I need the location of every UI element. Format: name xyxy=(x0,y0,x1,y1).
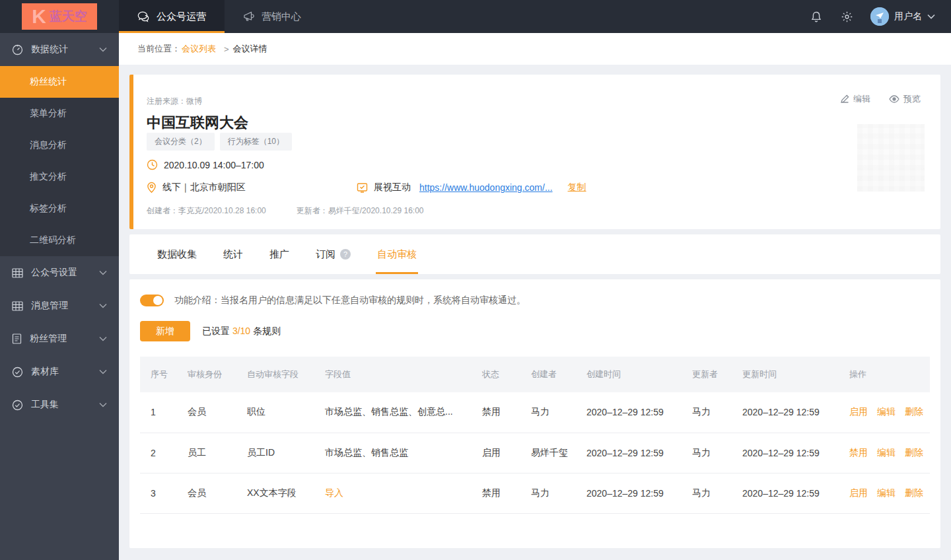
sidebar-group-1[interactable]: 公众号设置 xyxy=(0,256,119,289)
username-label: 用户名 xyxy=(894,11,922,22)
cell-updater: 马力 xyxy=(682,433,732,473)
tab-label: 自动审核 xyxy=(377,248,417,261)
feature-intro-text: 功能介绍：当报名用户的信息满足以下任意自动审核的规则时，系统将自动审核通过。 xyxy=(174,295,526,306)
meeting-datetime-row: 2020.10.09 14:00–17:00 xyxy=(147,159,264,170)
top-nav-label: 营销中心 xyxy=(262,11,301,23)
chevron-down-icon xyxy=(99,303,107,308)
rules-suffix: 条规则 xyxy=(250,326,281,336)
meeting-platform-row: 展视互动 https://www.huodongxing.com/... 复制 xyxy=(357,182,586,193)
chevron-down-icon xyxy=(99,47,107,52)
top-nav-item-0[interactable]: 公众号运营 xyxy=(119,0,225,33)
cell-created: 2020–12–29 12:59 xyxy=(576,433,682,473)
sidebar-group-2[interactable]: 消息管理 xyxy=(0,289,119,322)
sidebar: 数据统计粉丝统计菜单分析消息分析推文分析标签分析二维码分析公众号设置消息管理粉丝… xyxy=(0,33,119,560)
sidebar-group-5[interactable]: 工具集 xyxy=(0,388,119,421)
creator-info: 创建者：李克克/2020.10.28 16:00 xyxy=(147,205,266,217)
topbar-right: 用户名 xyxy=(810,0,951,33)
action-link-1[interactable]: 编辑 xyxy=(877,447,896,458)
platform-name: 展视互动 xyxy=(374,182,411,193)
cell-field: XX文本字段 xyxy=(236,473,314,513)
cell-value: 市场总监、销售总监、创意总... xyxy=(314,392,472,433)
tab-label: 推广 xyxy=(269,248,289,261)
tab-3[interactable]: 订阅? xyxy=(302,234,364,274)
breadcrumb: 当前位置： 会议列表 > 会议详情 xyxy=(119,33,951,65)
sidebar-item-0-5[interactable]: 二维码分析 xyxy=(0,225,119,256)
cell-creator: 易烊千玺 xyxy=(520,433,576,473)
feature-toggle[interactable] xyxy=(140,295,164,306)
cell-created: 2020–12–29 12:59 xyxy=(576,392,682,433)
sidebar-item-0-4[interactable]: 标签分析 xyxy=(0,193,119,225)
action-link-2[interactable]: 删除 xyxy=(905,487,923,498)
action-link-0[interactable]: 启用 xyxy=(849,487,868,498)
breadcrumb-link-meeting-list[interactable]: 会议列表 xyxy=(182,43,216,55)
preview-button[interactable]: 预览 xyxy=(889,93,921,105)
user-menu[interactable]: 用户名 xyxy=(870,7,935,26)
sidebar-item-0-2[interactable]: 消息分析 xyxy=(0,129,119,161)
meeting-location-row: 线下｜北京市朝阳区 xyxy=(147,182,246,193)
detail-tabs: 数据收集统计推广订阅?自动审核 xyxy=(129,234,940,274)
grid-icon xyxy=(12,268,23,278)
action-link-0[interactable]: 启用 xyxy=(849,406,868,417)
gear-icon[interactable] xyxy=(840,10,853,23)
sidebar-group-0[interactable]: 数据统计 xyxy=(0,33,119,66)
check-circle-icon xyxy=(12,367,23,378)
bell-icon[interactable] xyxy=(810,10,823,23)
cell-updater: 马力 xyxy=(682,473,732,513)
main-content: 注册来源：微博 中国互联网大会 会议分类（2）行为标签（10） 2020.10.… xyxy=(119,65,951,560)
card-actions: 编辑 预览 xyxy=(840,93,921,105)
action-link-1[interactable]: 编辑 xyxy=(877,487,896,498)
edit-button[interactable]: 编辑 xyxy=(840,93,870,105)
value-import-link[interactable]: 导入 xyxy=(325,487,343,498)
cell-updated: 2020–12–29 12:59 xyxy=(732,433,839,473)
sidebar-group-4[interactable]: 素材库 xyxy=(0,355,119,388)
column-header: 自动审核字段 xyxy=(236,357,314,392)
card-accent-stripe xyxy=(129,75,133,229)
sidebar-item-0-1[interactable]: 菜单分析 xyxy=(0,98,119,129)
add-rule-row: 新增 已设置 3/10 条规则 xyxy=(140,321,930,341)
cell-identity: 会员 xyxy=(177,392,236,433)
action-link-2[interactable]: 删除 xyxy=(905,447,923,458)
sidebar-submenu: 粉丝统计菜单分析消息分析推文分析标签分析二维码分析 xyxy=(0,66,119,256)
tab-0[interactable]: 数据收集 xyxy=(144,234,210,274)
cell-updated: 2020–12–29 12:59 xyxy=(732,392,839,433)
auto-review-panel: 功能介绍：当报名用户的信息满足以下任意自动审核的规则时，系统将自动审核通过。 新… xyxy=(129,279,940,548)
location-pin-icon xyxy=(147,182,157,193)
cell-updater: 马力 xyxy=(682,392,732,433)
sidebar-group-label: 数据统计 xyxy=(31,44,68,55)
meeting-tags: 会议分类（2）行为标签（10） xyxy=(147,133,292,151)
app-logo[interactable]: K 蓝天空 xyxy=(0,0,119,33)
meeting-location: 线下｜北京市朝阳区 xyxy=(162,182,246,193)
sidebar-item-0-0[interactable]: 粉丝统计 xyxy=(0,66,119,98)
add-rule-button[interactable]: 新增 xyxy=(140,321,190,341)
top-nav-item-1[interactable]: 营销中心 xyxy=(225,0,320,33)
help-icon[interactable]: ? xyxy=(340,249,351,260)
logo-k-icon: K xyxy=(32,7,46,26)
doc-icon xyxy=(12,333,22,344)
rules-count: 3/10 xyxy=(232,326,250,336)
tab-2[interactable]: 推广 xyxy=(256,234,302,274)
cell-identity: 会员 xyxy=(177,473,236,513)
platform-url-link[interactable]: https://www.huodongxing.com/... xyxy=(419,182,553,193)
edit-label: 编辑 xyxy=(853,93,870,105)
tab-1[interactable]: 统计 xyxy=(210,234,256,274)
action-link-1[interactable]: 编辑 xyxy=(877,406,896,417)
rules-count-note: 已设置 3/10 条规则 xyxy=(202,326,281,337)
sidebar-group-label: 公众号设置 xyxy=(31,267,77,279)
action-link-0[interactable]: 禁用 xyxy=(849,447,868,458)
column-header: 状态 xyxy=(472,357,520,392)
topbar: K 蓝天空 公众号运营营销中心 用户名 xyxy=(0,0,951,33)
column-header: 更新者 xyxy=(682,357,732,392)
meeting-tag-0: 会议分类（2） xyxy=(147,133,215,151)
cell-actions: 启用编辑删除 xyxy=(839,473,930,513)
tab-4[interactable]: 自动审核 xyxy=(364,234,430,274)
breadcrumb-prefix: 当前位置： xyxy=(137,43,180,55)
chevron-down-icon xyxy=(99,369,107,374)
copy-link-button[interactable]: 复制 xyxy=(568,182,586,193)
sidebar-group-label: 粉丝管理 xyxy=(30,333,67,345)
clock-icon xyxy=(147,159,158,170)
sidebar-group-label: 消息管理 xyxy=(31,300,68,312)
cell-value: 市场总监、销售总监 xyxy=(314,433,472,473)
action-link-2[interactable]: 删除 xyxy=(905,406,923,417)
sidebar-item-0-3[interactable]: 推文分析 xyxy=(0,161,119,193)
sidebar-group-3[interactable]: 粉丝管理 xyxy=(0,322,119,355)
